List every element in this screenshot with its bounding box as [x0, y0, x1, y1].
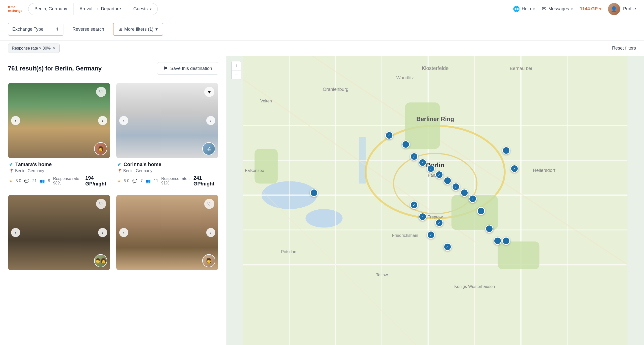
map-pin[interactable] — [502, 146, 510, 155]
listing-title: Tamara's home — [15, 162, 52, 167]
gp-balance-button[interactable]: 1144 GP ▾ — [580, 6, 601, 12]
location-icon: 📍 — [9, 168, 14, 173]
arrow-icon: → — [94, 6, 99, 12]
messages-chevron-icon: ▾ — [571, 7, 573, 11]
search-bar: Berlin, Germany Arrival → Departure Gues… — [28, 3, 158, 15]
listing-info: ✔ Tamara's home 📍 Berlin, Germany ★ 5.0 … — [8, 158, 110, 189]
globe-icon: 🌐 — [513, 6, 520, 12]
listing-image-wrap: ‹ › ♥ 🏖 — [116, 83, 218, 158]
logo-line2: exchange — [8, 9, 22, 13]
star-icon: ★ — [117, 179, 121, 183]
svg-rect-22 — [405, 102, 440, 149]
map-pin[interactable] — [444, 177, 452, 185]
messages-button[interactable]: ✉ Messages ▾ — [542, 6, 573, 12]
svg-rect-24 — [498, 242, 540, 269]
star-icon: ★ — [9, 179, 13, 183]
map-pin[interactable]: ✓ — [427, 231, 435, 239]
svg-text:Königs Wusterhausen: Königs Wusterhausen — [454, 284, 495, 289]
favorite-button[interactable]: ♡ — [96, 87, 106, 97]
next-image-button[interactable]: › — [206, 228, 215, 237]
reverse-search-button[interactable]: Reverse search — [67, 23, 109, 36]
svg-rect-21 — [255, 149, 278, 183]
guests-chevron-icon: ▾ — [150, 7, 151, 11]
messages-icon: ✉ — [542, 6, 546, 12]
map-pin[interactable] — [460, 189, 468, 197]
header: h·me exchange Berlin, Germany Arrival → … — [0, 0, 644, 18]
host-avatar: 👨‍👩‍ — [94, 254, 107, 267]
map-pin[interactable]: ✓ — [452, 183, 460, 191]
host-avatar: 👩 — [94, 142, 107, 155]
map-pin[interactable]: ✓ — [435, 171, 443, 179]
svg-text:Falkensee: Falkensee — [245, 168, 264, 173]
map-pin[interactable]: ✓ — [385, 131, 393, 139]
next-image-button[interactable]: › — [206, 116, 215, 125]
svg-text:Berliner Ring: Berliner Ring — [416, 116, 454, 122]
main-layout: 761 result(s) for Berlin, Germany ⚑ Save… — [0, 56, 644, 345]
listing-card[interactable]: ‹ › ♡ 👨‍👩‍ — [8, 195, 110, 293]
svg-text:Treptow: Treptow — [428, 215, 442, 219]
save-destination-button[interactable]: ⚑ Save this destination — [157, 62, 218, 75]
map-pin[interactable]: ✓ — [410, 201, 418, 209]
svg-text:Oranienburg: Oranienburg — [323, 87, 348, 92]
next-image-button[interactable]: › — [98, 116, 107, 125]
listing-card[interactable]: ‹ › ♡ 👩 ✔ Tamara's home 📍 Berlin, German… — [8, 83, 110, 189]
prev-image-button[interactable]: ‹ — [119, 228, 128, 237]
listings-header: 761 result(s) for Berlin, Germany ⚑ Save… — [0, 56, 226, 80]
map-pin[interactable] — [477, 207, 485, 215]
map-pin[interactable]: ✓ — [419, 213, 427, 221]
favorite-button[interactable]: ♡ — [96, 199, 106, 209]
favorite-button[interactable]: ♡ — [204, 199, 214, 209]
rating: 5.0 — [124, 179, 129, 183]
map-pin[interactable]: ✓ — [427, 165, 435, 173]
listing-meta: ★ 5.0 💬 7 👥 11 Response rate : 91% 241 G… — [117, 175, 217, 187]
profile-button[interactable]: 👤 Profile — [608, 3, 636, 15]
map-pin[interactable]: ✓ — [419, 159, 427, 167]
next-image-button[interactable]: › — [98, 228, 107, 237]
svg-text:Velten: Velten — [260, 99, 272, 103]
svg-text:Teltow: Teltow — [376, 273, 388, 277]
response-rate-filter-tag[interactable]: Response rate > 80% ✕ — [8, 44, 60, 53]
exchange-type-select[interactable]: Exchange Type ⬍ — [8, 23, 63, 36]
prev-image-button[interactable]: ‹ — [11, 228, 20, 237]
logo[interactable]: h·me exchange — [8, 5, 22, 13]
date-range-input[interactable]: Arrival → Departure — [73, 3, 127, 15]
remove-filter-icon[interactable]: ✕ — [53, 46, 56, 51]
svg-text:Friedrichshain: Friedrichshain — [392, 233, 418, 238]
map-pin[interactable]: ✓ — [510, 165, 518, 173]
location-input[interactable]: Berlin, Germany — [28, 3, 73, 15]
listings-panel: 761 result(s) for Berlin, Germany ⚑ Save… — [0, 56, 226, 345]
listings-grid: ‹ › ♡ 👩 ✔ Tamara's home 📍 Berlin, German… — [0, 80, 226, 296]
guests-icon: 👥 — [146, 179, 151, 183]
listing-location: 📍 Berlin, Germany — [9, 168, 109, 173]
svg-point-2 — [305, 209, 342, 228]
filter-icon: ⊞ — [118, 26, 122, 32]
svg-text:Potsdam: Potsdam — [281, 249, 297, 254]
map-pin[interactable]: ✓ — [469, 195, 477, 203]
favorite-button[interactable]: ♥ — [204, 87, 214, 97]
prev-image-button[interactable]: ‹ — [11, 116, 20, 125]
listing-price: 241 GP/night — [193, 175, 217, 187]
listing-card[interactable]: ‹ › ♡ 🧑 — [116, 195, 218, 293]
active-filters-bar: Response rate > 80% ✕ Reset filters — [0, 41, 644, 56]
help-button[interactable]: 🌐 Help ▾ — [513, 6, 535, 12]
listing-info — [116, 270, 218, 293]
zoom-in-button[interactable]: + — [232, 61, 241, 70]
guests-input[interactable]: Guests ▾ — [127, 3, 157, 15]
more-filters-button[interactable]: ⊞ More filters (1) ▾ — [113, 23, 163, 36]
results-count: 761 result(s) for Berlin, Germany — [8, 65, 102, 72]
host-avatar: 🏖 — [202, 142, 215, 155]
prev-image-button[interactable]: ‹ — [119, 116, 128, 125]
header-actions: 🌐 Help ▾ ✉ Messages ▾ 1144 GP ▾ 👤 Profil… — [513, 3, 636, 15]
map-pin[interactable] — [310, 189, 318, 197]
zoom-out-button[interactable]: − — [232, 70, 241, 80]
listing-card[interactable]: ‹ › ♥ 🏖 ✔ Corinna's home 📍 Berlin, Germa… — [116, 83, 218, 189]
map-pin[interactable] — [502, 237, 510, 245]
listing-price: 194 GP/night — [85, 175, 109, 187]
listing-image-wrap: ‹ › ♡ 🧑 — [116, 195, 218, 270]
gp-chevron-icon: ▾ — [599, 7, 601, 11]
logo-line1: h·me — [8, 5, 22, 9]
verified-icon: ✔ — [117, 161, 122, 167]
listing-meta: ★ 5.0 💬 21 👥 8 Response rate : 98% 194 G… — [9, 175, 109, 187]
reset-filters-button[interactable]: Reset filters — [612, 46, 636, 51]
listing-image-wrap: ‹ › ♡ 👨‍👩‍ — [8, 195, 110, 270]
